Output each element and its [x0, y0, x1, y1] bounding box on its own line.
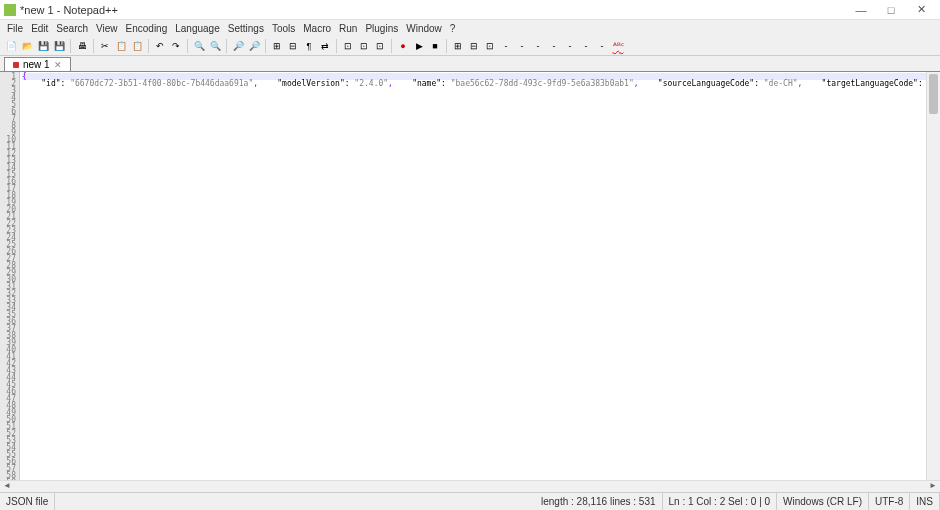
menu-view[interactable]: View	[93, 23, 121, 34]
scroll-right-icon[interactable]: ►	[926, 481, 940, 492]
open-file-icon[interactable]: 📂	[20, 39, 34, 53]
toolbar-icon[interactable]: ⊞	[451, 39, 465, 53]
toolbar-separator	[391, 39, 392, 53]
toolbar-icon[interactable]: ¶	[302, 39, 316, 53]
toolbar-separator	[336, 39, 337, 53]
scrollbar-track[interactable]	[14, 481, 926, 492]
status-length: length : 28,116 lines : 531	[535, 493, 663, 510]
menu-help[interactable]: ?	[447, 23, 459, 34]
toolbar-separator	[148, 39, 149, 53]
paste-icon[interactable]: 📋	[130, 39, 144, 53]
toolbar-separator	[187, 39, 188, 53]
menu-window[interactable]: Window	[403, 23, 445, 34]
window-title: *new 1 - Notepad++	[20, 4, 846, 16]
toolbar-separator	[70, 39, 71, 53]
menu-language[interactable]: Language	[172, 23, 223, 34]
tab-label: new 1	[23, 59, 50, 70]
tab-new1[interactable]: new 1 ✕	[4, 57, 71, 71]
toolbar-icon[interactable]: ⊡	[341, 39, 355, 53]
horizontal-scrollbar[interactable]: ◄ ►	[0, 480, 940, 492]
save-all-icon[interactable]: 💾	[52, 39, 66, 53]
scroll-left-icon[interactable]: ◄	[0, 481, 14, 492]
replace-icon[interactable]: 🔍	[208, 39, 222, 53]
toolbar-icon[interactable]: ⊟	[286, 39, 300, 53]
copy-icon[interactable]: 📋	[114, 39, 128, 53]
toolbar: 📄 📂 💾 💾 🖶 ✂ 📋 📋 ↶ ↷ 🔍 🔍 🔎 🔎 ⊞ ⊟ ¶ ⇄ ⊡ ⊡ …	[0, 36, 940, 56]
status-filetype: JSON file	[0, 493, 55, 510]
redo-icon[interactable]: ↷	[169, 39, 183, 53]
toolbar-separator	[93, 39, 94, 53]
toolbar-icon[interactable]: -	[531, 39, 545, 53]
title-bar: *new 1 - Notepad++ — □ ✕	[0, 0, 940, 20]
new-file-icon[interactable]: 📄	[4, 39, 18, 53]
status-eol[interactable]: Windows (CR LF)	[777, 493, 869, 510]
undo-icon[interactable]: ↶	[153, 39, 167, 53]
play-icon[interactable]: ▶	[412, 39, 426, 53]
status-insert-mode[interactable]: INS	[910, 493, 940, 510]
toolbar-icon[interactable]: -	[579, 39, 593, 53]
tab-close-icon[interactable]: ✕	[54, 60, 62, 70]
toolbar-icon[interactable]: -	[563, 39, 577, 53]
find-icon[interactable]: 🔍	[192, 39, 206, 53]
menu-edit[interactable]: Edit	[28, 23, 51, 34]
menu-plugins[interactable]: Plugins	[362, 23, 401, 34]
toolbar-icon[interactable]: ⊡	[357, 39, 371, 53]
toolbar-icon[interactable]: -	[499, 39, 513, 53]
minimize-button[interactable]: —	[846, 4, 876, 16]
menu-settings[interactable]: Settings	[225, 23, 267, 34]
toolbar-icon[interactable]: ⇄	[318, 39, 332, 53]
spellcheck-icon[interactable]: ᴬᴮᶜ	[611, 39, 625, 53]
scrollbar-thumb[interactable]	[929, 74, 938, 114]
close-button[interactable]: ✕	[906, 3, 936, 16]
line-number-gutter: 1234567891011121314151617181920212223242…	[0, 72, 20, 480]
stop-icon[interactable]: ■	[428, 39, 442, 53]
toolbar-icon[interactable]: ⊡	[373, 39, 387, 53]
toolbar-icon[interactable]: -	[547, 39, 561, 53]
menu-tools[interactable]: Tools	[269, 23, 298, 34]
maximize-button[interactable]: □	[876, 4, 906, 16]
print-icon[interactable]: 🖶	[75, 39, 89, 53]
menu-encoding[interactable]: Encoding	[123, 23, 171, 34]
modified-indicator-icon	[13, 62, 19, 68]
menu-file[interactable]: File	[4, 23, 26, 34]
menu-bar: File Edit Search View Encoding Language …	[0, 20, 940, 36]
vertical-scrollbar[interactable]	[926, 72, 940, 480]
save-icon[interactable]: 💾	[36, 39, 50, 53]
app-icon	[4, 4, 16, 16]
menu-macro[interactable]: Macro	[300, 23, 334, 34]
editor-area[interactable]: 1234567891011121314151617181920212223242…	[0, 72, 940, 480]
status-position: Ln : 1 Col : 2 Sel : 0 | 0	[663, 493, 778, 510]
toolbar-icon[interactable]: -	[595, 39, 609, 53]
toolbar-separator	[446, 39, 447, 53]
menu-run[interactable]: Run	[336, 23, 360, 34]
menu-search[interactable]: Search	[53, 23, 91, 34]
toolbar-separator	[226, 39, 227, 53]
toolbar-icon[interactable]: ⊞	[270, 39, 284, 53]
status-bar: JSON file length : 28,116 lines : 531 Ln…	[0, 492, 940, 510]
toolbar-icon[interactable]: ⊟	[467, 39, 481, 53]
zoom-out-icon[interactable]: 🔎	[247, 39, 261, 53]
code-content[interactable]: { "id": "6670dc72-3b51-4f00-80bc-7b446da…	[20, 72, 940, 480]
status-encoding[interactable]: UTF-8	[869, 493, 910, 510]
tab-bar: new 1 ✕	[0, 56, 940, 72]
toolbar-separator	[265, 39, 266, 53]
toolbar-icon[interactable]: ⊡	[483, 39, 497, 53]
toolbar-icon[interactable]: -	[515, 39, 529, 53]
cut-icon[interactable]: ✂	[98, 39, 112, 53]
zoom-in-icon[interactable]: 🔎	[231, 39, 245, 53]
record-icon[interactable]: ●	[396, 39, 410, 53]
